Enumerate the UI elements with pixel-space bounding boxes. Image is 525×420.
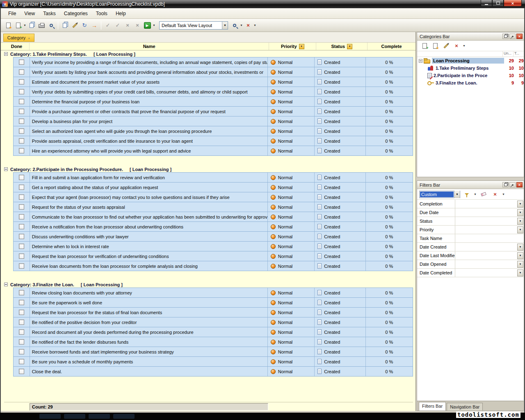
filter-value-field[interactable]	[455, 200, 517, 208]
task-row[interactable]: Record and document all your deeds perfo…	[13, 327, 413, 337]
menu-file[interactable]: File	[4, 9, 20, 18]
delete-category-button[interactable]: ×	[452, 41, 461, 50]
apply-view-dropdown[interactable]: ▼	[152, 24, 156, 27]
task-checkbox[interactable]	[19, 263, 24, 269]
filter-preset-arrow[interactable]: ▼	[454, 191, 460, 198]
tab-filters-bar[interactable]: Filters Bar	[419, 402, 446, 411]
collapse-group-button[interactable]	[4, 52, 8, 56]
task-checkbox[interactable]	[19, 138, 24, 144]
cancel-task-button[interactable]: ×	[123, 21, 132, 30]
task-row[interactable]: Receive a notification from the loan pro…	[13, 221, 413, 232]
add-item-button[interactable]: +	[13, 21, 23, 30]
task-row[interactable]: Select an authorized loan agent who will…	[13, 126, 413, 136]
filter-value-field[interactable]	[455, 260, 517, 268]
category-sort-tab[interactable]: Category ▲	[3, 34, 34, 42]
category-tree-item[interactable]: 3.Finalize the Loan. 9 9	[417, 79, 524, 87]
filter-value-field[interactable]	[455, 208, 517, 217]
task-row[interactable]: Verify your assets by listing your bank …	[13, 67, 413, 77]
task-checkbox[interactable]	[19, 310, 24, 315]
filter-toolbar-dropdown[interactable]: ▼	[502, 193, 505, 196]
task-checkbox[interactable]	[19, 320, 24, 325]
task-row[interactable]: Be sure the paperwork is well done Norma…	[13, 297, 413, 308]
task-checkbox[interactable]	[19, 214, 24, 219]
uncompleted-column-header[interactable]: Un...	[502, 51, 513, 57]
task-row[interactable]: Be notified of the positive decision fro…	[13, 317, 413, 327]
clear-filter-button[interactable]	[479, 189, 488, 199]
close-panel-button[interactable]: ×	[516, 34, 523, 39]
group-header[interactable]: Category: 2.Participate in the Processin…	[4, 166, 413, 173]
layout-settings-button[interactable]	[230, 21, 240, 30]
maximize-button[interactable]	[492, 0, 504, 7]
status-filter-button[interactable]: ▼	[347, 44, 352, 49]
task-checkbox[interactable]	[19, 224, 24, 229]
task-checkbox[interactable]	[19, 89, 24, 94]
filter-dropdown-button[interactable]: ▼	[517, 209, 523, 216]
categories-toolbar-dropdown[interactable]: ▼	[462, 44, 466, 47]
task-checkbox[interactable]	[19, 329, 24, 335]
task-row[interactable]: Get a report stating about the status of…	[13, 182, 413, 192]
apply-filter-button[interactable]	[462, 189, 472, 199]
task-row[interactable]: Request the loan processor for the statu…	[13, 307, 413, 317]
menu-help[interactable]: Help	[112, 9, 130, 18]
task-row[interactable]: Develop a business plan for your project…	[13, 116, 413, 126]
filter-value-field[interactable]	[455, 234, 524, 242]
task-row[interactable]: Hire an experienced attorney who will pr…	[13, 146, 413, 156]
remove-layout-button[interactable]: ×	[243, 21, 253, 30]
task-checkbox[interactable]	[19, 194, 24, 200]
apply-view-button[interactable]: ▶	[142, 21, 152, 30]
undock-panel-button[interactable]	[502, 34, 509, 39]
priority-filter-button[interactable]: ▼	[299, 44, 304, 49]
collapse-group-button[interactable]	[4, 283, 8, 286]
add-category-button[interactable]: +	[420, 41, 429, 50]
add-subcategory-button[interactable]: ★	[430, 41, 440, 50]
task-checkbox[interactable]	[19, 339, 24, 345]
menu-view[interactable]: View	[20, 9, 39, 18]
edit-task-button[interactable]	[70, 21, 80, 30]
duplicate-button[interactable]	[27, 21, 37, 30]
task-row[interactable]: Receive borrowed funds and start impleme…	[13, 347, 413, 357]
filter-value-field[interactable]	[455, 251, 517, 260]
layout-combo-arrow[interactable]: ▼	[222, 22, 228, 29]
minimize-button[interactable]	[481, 0, 492, 7]
delete-task-button[interactable]: ×	[132, 21, 142, 30]
filter-dropdown-button[interactable]: ▼	[517, 252, 523, 259]
taskbar-button[interactable]	[39, 414, 61, 419]
layout-settings-dropdown[interactable]: ▼	[240, 24, 243, 27]
column-header-complete[interactable]: Complete	[368, 43, 415, 50]
copy-task-button[interactable]	[60, 21, 70, 30]
task-checkbox[interactable]	[19, 79, 24, 84]
task-row[interactable]: Communicate to the loan processor to fin…	[13, 212, 413, 222]
column-header-status[interactable]: Status ▼	[316, 43, 368, 50]
task-checkbox[interactable]	[19, 59, 24, 65]
menu-tools[interactable]: Tools	[92, 9, 112, 18]
move-task-button[interactable]: →	[89, 21, 99, 30]
complete-task-button[interactable]: ✓	[103, 21, 113, 30]
total-column-header[interactable]: T...	[513, 51, 524, 57]
windows-taskbar[interactable]	[0, 413, 525, 420]
new-task-button[interactable]: ★	[3, 21, 13, 30]
task-checkbox[interactable]	[19, 185, 24, 190]
collapse-tree-button[interactable]	[419, 59, 422, 63]
apply-filter-dropdown[interactable]: ▼	[473, 193, 477, 196]
toolbar-overflow-dropdown[interactable]: ▼	[253, 24, 257, 27]
task-checkbox[interactable]	[19, 244, 24, 249]
pin-panel-button[interactable]	[509, 182, 516, 187]
task-checkbox[interactable]	[19, 119, 24, 124]
print-preview-button[interactable]	[46, 21, 56, 30]
task-row[interactable]: Expect that your agent (loan processor) …	[13, 192, 413, 202]
taskbar-button[interactable]	[89, 414, 110, 419]
tab-navigation-bar[interactable]: Navigation Bar	[447, 403, 483, 411]
pin-panel-button[interactable]	[509, 34, 516, 39]
filter-value-field[interactable]	[455, 243, 517, 251]
column-header-name[interactable]: Name	[30, 43, 269, 50]
category-tree-item[interactable]: Loan Processing 29 29	[417, 57, 524, 64]
task-checkbox[interactable]	[19, 175, 24, 180]
filter-dropdown-button[interactable]: ▼	[517, 226, 523, 233]
task-checkbox[interactable]	[19, 253, 24, 259]
delete-filter-button[interactable]: ×	[490, 189, 500, 199]
task-checkbox[interactable]	[19, 109, 24, 114]
task-row[interactable]: Discuss underwriting conditions with you…	[13, 231, 413, 242]
filter-value-field[interactable]	[455, 226, 517, 234]
filter-dropdown-button[interactable]: ▼	[517, 269, 523, 276]
task-row[interactable]: Request the loan processor for verificat…	[13, 251, 413, 261]
